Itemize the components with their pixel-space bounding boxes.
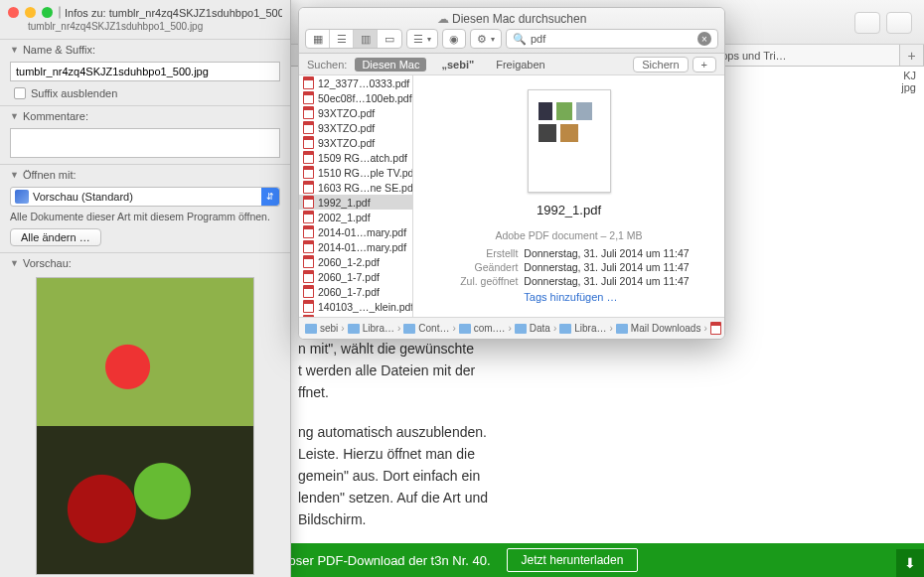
file-name: 93XTZO.pdf xyxy=(318,107,375,119)
path-segment[interactable]: Libra… xyxy=(348,323,394,334)
section-label: Vorschau: xyxy=(23,257,72,269)
folder-icon xyxy=(616,324,628,334)
section-preview[interactable]: ▼ Vorschau: xyxy=(0,253,290,273)
coverflow-view-icon[interactable]: ▭ xyxy=(378,30,401,48)
pdf-icon xyxy=(303,211,314,223)
file-row[interactable]: 2060_1-2.pdf xyxy=(299,254,412,269)
file-row[interactable]: 2014-01…mary.pdf xyxy=(299,224,412,239)
modified-value: Donnerstag, 31. Juli 2014 um 11:47 xyxy=(524,261,689,273)
file-row[interactable]: 2060_1-7.pdf xyxy=(299,269,412,284)
list-view-icon[interactable]: ☰ xyxy=(330,30,354,48)
tabs-button[interactable] xyxy=(886,12,912,34)
search-icon: 🔍 xyxy=(513,33,527,46)
pdf-icon xyxy=(303,136,314,149)
chevron-icon: › xyxy=(397,323,400,334)
section-name-suffix[interactable]: ▼ Name & Suffix: xyxy=(0,40,290,60)
pdf-icon xyxy=(710,322,721,335)
change-all-button[interactable]: Alle ändern … xyxy=(10,228,101,246)
file-row[interactable]: 2014-01…mary.pdf xyxy=(299,239,412,254)
section-comments[interactable]: ▼ Kommentare: xyxy=(0,106,290,126)
path-segment[interactable]: Cont… xyxy=(403,323,449,334)
get-info-window: Infos zu: tumblr_nr4zq4SKJZ1sduhbpo1_500… xyxy=(0,0,291,577)
path-segment[interactable]: Data xyxy=(515,323,550,334)
view-mode-segment[interactable]: ▦ ☰ ▥ ▭ xyxy=(305,29,402,49)
file-row[interactable]: 93XTZO.pdf xyxy=(299,105,412,120)
bg-corner-text: KJ jpg xyxy=(901,70,916,93)
scope-shared[interactable]: Freigaben xyxy=(489,58,552,72)
file-name: 50ec08f…100eb.pdf xyxy=(318,92,412,104)
clear-search-icon[interactable]: × xyxy=(697,32,711,46)
arrange-menu[interactable]: ☰ ▾ xyxy=(406,29,438,49)
add-tags-link[interactable]: Tags hinzufügen … xyxy=(524,291,689,303)
close-icon[interactable] xyxy=(8,7,19,18)
download-corner-icon[interactable]: ⬇ xyxy=(896,549,924,577)
window-controls: Infos zu: tumblr_nr4zq4SKJZ1sduhbpo1_500… xyxy=(0,0,290,21)
file-row[interactable]: 140103_…_klein.pdf xyxy=(299,299,412,314)
scope-user[interactable]: „sebi" xyxy=(434,58,481,72)
file-name: 1509 RG…atch.pdf xyxy=(318,152,407,164)
file-row[interactable]: 2060_1-7.pdf xyxy=(299,284,412,299)
disclosure-icon: ▼ xyxy=(10,170,19,180)
file-name: 2060_1-7.pdf xyxy=(318,271,380,283)
section-label: Name & Suffix: xyxy=(23,44,95,56)
disclosure-icon: ▼ xyxy=(10,111,19,121)
path-segment[interactable]: Libra… xyxy=(559,323,606,334)
quicklook-button[interactable]: ◉ xyxy=(442,29,466,49)
file-row[interactable]: 12_3377…0333.pdf xyxy=(299,75,412,90)
open-with-select[interactable]: Vorschau (Standard) ⇵ xyxy=(10,187,280,207)
file-row[interactable]: 1603 RG…ne SE.pdf xyxy=(299,180,412,195)
file-list[interactable]: 12_3377…0333.pdf50ec08f…100eb.pdf93XTZO.… xyxy=(299,75,413,317)
chevron-icon: › xyxy=(508,323,511,334)
file-name: 12_3377…0333.pdf xyxy=(318,77,409,89)
article-line: Bildschirm. xyxy=(298,511,366,527)
detail-pane: 1992_1.pdf Adobe PDF document – 2,1 MB E… xyxy=(413,75,724,317)
download-text: loser PDF-Download der t3n Nr. 40. xyxy=(286,553,491,568)
file-row[interactable]: 93XTZO.pdf xyxy=(299,135,412,150)
section-label: Öffnen mit: xyxy=(23,169,77,181)
pdf-icon xyxy=(303,196,314,209)
search-field[interactable]: 🔍 pdf × xyxy=(506,29,718,49)
select-arrows-icon: ⇵ xyxy=(261,188,279,206)
column-view-icon[interactable]: ▥ xyxy=(354,30,378,48)
article-text: n mit", wählt die gewünschte t werden al… xyxy=(298,338,725,548)
file-row[interactable]: 2002_1.pdf xyxy=(299,210,412,224)
filename-input[interactable] xyxy=(10,62,280,81)
section-open-with[interactable]: ▼ Öffnen mit: xyxy=(0,165,290,185)
file-name: 93XTZO.pdf xyxy=(318,137,375,149)
pdf-icon xyxy=(303,270,314,283)
save-search-button[interactable]: Sichern xyxy=(633,57,688,72)
path-segment[interactable]: sebi xyxy=(305,323,338,334)
file-name: 2060_1-2.pdf xyxy=(318,256,380,268)
folder-icon xyxy=(515,324,527,334)
file-name: 93XTZO.pdf xyxy=(318,122,375,134)
icon-view-icon[interactable]: ▦ xyxy=(306,30,330,48)
action-menu[interactable]: ⚙ ▾ xyxy=(470,29,502,49)
scope-this-mac[interactable]: Diesen Mac xyxy=(355,58,426,72)
path-segment[interactable]: Mail Downloads xyxy=(616,323,701,334)
new-tab-button[interactable]: + xyxy=(900,45,924,66)
share-button[interactable] xyxy=(854,12,880,34)
path-segment[interactable]: com.… xyxy=(459,323,506,334)
detail-filename: 1992_1.pdf xyxy=(537,203,601,217)
checkbox-icon[interactable] xyxy=(14,87,26,99)
hide-suffix-row[interactable]: Suffix ausblenden xyxy=(0,87,290,105)
file-row[interactable]: 1509 RG…atch.pdf xyxy=(299,150,412,165)
finder-title: ☁︎ Diesen Mac durchsuchen xyxy=(299,8,724,26)
folder-icon xyxy=(305,324,317,334)
minimize-icon[interactable] xyxy=(25,7,36,18)
folder-icon xyxy=(348,324,360,334)
zoom-icon[interactable] xyxy=(42,7,53,18)
article-line: ffnet. xyxy=(298,384,329,400)
file-row[interactable]: 50ec08f…100eb.pdf xyxy=(299,90,412,105)
file-row[interactable]: 93XTZO.pdf xyxy=(299,120,412,135)
path-bar[interactable]: sebi›Libra…›Cont…›com.…›Data›Libra…›Mail… xyxy=(299,317,724,339)
download-button[interactable]: Jetzt herunterladen xyxy=(507,548,639,572)
file-row[interactable]: 1510 RG…ple TV.pdf xyxy=(299,165,412,180)
created-label: Erstellt xyxy=(448,247,518,259)
path-label: Mail Downloads xyxy=(631,323,701,334)
path-segment[interactable]: 1992_1.pdf xyxy=(710,322,724,335)
disclosure-icon: ▼ xyxy=(10,45,19,55)
comments-textarea[interactable] xyxy=(10,128,280,158)
add-rule-button[interactable]: + xyxy=(693,57,716,72)
file-row[interactable]: 1992_1.pdf xyxy=(299,195,412,210)
